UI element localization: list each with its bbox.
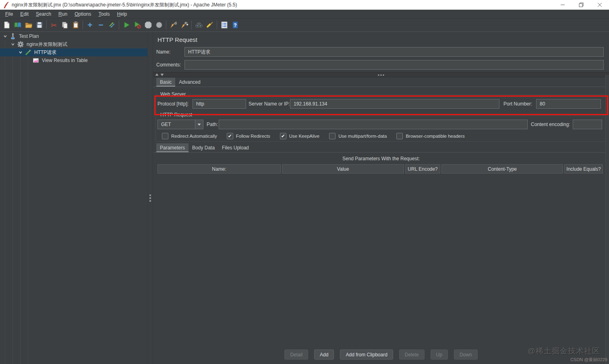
- svg-text:?: ?: [234, 23, 236, 28]
- chevron-down-icon[interactable]: [18, 50, 23, 55]
- http-request-legend: HTTP Request: [159, 112, 194, 118]
- shutdown-icon: [155, 21, 163, 29]
- column-header-value[interactable]: Value: [282, 164, 404, 174]
- checkbox-icon[interactable]: [162, 133, 168, 139]
- menu-options[interactable]: Options: [71, 10, 95, 18]
- checkbox-browser-compatible-headers[interactable]: Browser-compatible headers: [396, 133, 464, 139]
- window-title: nginx并发限制测试.jmx (D:\software\apache-jmet…: [12, 2, 237, 8]
- server-name-input[interactable]: [290, 99, 499, 109]
- select-arrow-button[interactable]: [195, 120, 203, 129]
- open-button[interactable]: [23, 19, 34, 31]
- templates-icon: [14, 21, 22, 29]
- column-header-name[interactable]: Name:: [157, 164, 281, 174]
- remove-element-button[interactable]: −: [95, 19, 106, 31]
- tab-parameters[interactable]: Parameters: [156, 143, 188, 152]
- tree-guideline: [28, 40, 28, 364]
- http-request-panel: HTTP Request Name: Comments: Basic Advan…: [153, 32, 609, 364]
- tree-item-test-plan[interactable]: Test Plan: [0, 32, 147, 40]
- detail-button[interactable]: Detail: [284, 350, 308, 360]
- shutdown-button[interactable]: [153, 19, 164, 31]
- menu-search[interactable]: Search: [32, 10, 55, 18]
- vertical-scrollbar[interactable]: [605, 75, 609, 364]
- stop-button[interactable]: [143, 19, 153, 31]
- save-button[interactable]: [34, 19, 45, 31]
- tree-item-view-results-table[interactable]: View Results in Table: [0, 56, 147, 64]
- copy-button[interactable]: [59, 19, 70, 31]
- start-no-pauses-icon: [133, 21, 141, 29]
- new-file-icon: [3, 21, 11, 29]
- delete-button[interactable]: Delete: [399, 350, 425, 360]
- protocol-input[interactable]: [193, 99, 246, 109]
- start-no-pauses-button[interactable]: [132, 19, 143, 31]
- tab-body-data[interactable]: Body Data: [188, 143, 218, 152]
- menu-edit[interactable]: Edit: [17, 10, 32, 18]
- function-helper-button[interactable]: [219, 19, 230, 31]
- chevron-down-icon[interactable]: [10, 41, 16, 47]
- collapse-down-icon[interactable]: [160, 73, 164, 77]
- column-header-content-type[interactable]: Content-Type: [441, 164, 563, 174]
- toolbar: ✂ + −: [0, 19, 609, 32]
- tab-advanced[interactable]: Advanced: [175, 78, 204, 87]
- restore-button[interactable]: [572, 0, 590, 10]
- port-number-input[interactable]: [536, 99, 601, 109]
- page-title: HTTP Request: [157, 36, 197, 43]
- templates-button[interactable]: [12, 19, 23, 31]
- watermark-csdn: CSDN @黄娟0229: [570, 357, 607, 363]
- tab-files-upload[interactable]: Files Upload: [218, 143, 253, 152]
- close-button[interactable]: [590, 0, 609, 10]
- minimize-icon: [560, 2, 565, 7]
- checkbox-checked-icon[interactable]: [280, 133, 286, 139]
- checkbox-icon[interactable]: [329, 133, 336, 139]
- chevron-down-icon[interactable]: [2, 33, 8, 39]
- menu-run[interactable]: Run: [55, 10, 71, 18]
- save-icon: [35, 21, 44, 29]
- copy-icon: [61, 21, 69, 29]
- minimize-button[interactable]: [553, 0, 572, 10]
- start-button[interactable]: [121, 19, 132, 31]
- menu-file[interactable]: File: [2, 10, 17, 18]
- checkbox-use-keepalive[interactable]: Use KeepAlive: [280, 133, 319, 139]
- path-input[interactable]: [219, 120, 528, 129]
- vertical-splitter[interactable]: [147, 32, 153, 364]
- horizontal-splitter[interactable]: [153, 72, 609, 77]
- binoculars-icon: [195, 21, 203, 29]
- tree-item-thread-group[interactable]: nginx并发限制测试: [0, 40, 147, 48]
- parameters-table-header: Name: Value URL Encode? Content-Type Inc…: [157, 164, 603, 174]
- column-header-include-equals[interactable]: Include Equals?: [564, 164, 603, 174]
- clear-all-button[interactable]: [179, 19, 190, 31]
- column-header-url-encode[interactable]: URL Encode?: [405, 164, 440, 174]
- checkbox-checked-icon[interactable]: [227, 133, 233, 139]
- menu-help[interactable]: Help: [114, 10, 131, 18]
- collapse-up-icon[interactable]: [155, 73, 159, 77]
- tree-item-label: Test Plan: [19, 33, 39, 39]
- name-input[interactable]: [184, 47, 604, 57]
- menu-bar: File Edit Search Run Options Tools Help: [0, 10, 609, 19]
- paste-button[interactable]: [70, 19, 81, 31]
- search-reset-button[interactable]: [204, 19, 215, 31]
- clear-button[interactable]: [168, 19, 179, 31]
- comments-input[interactable]: [184, 60, 604, 70]
- checkbox-redirect-automatically[interactable]: Redirect Automatically: [162, 133, 217, 139]
- checkbox-use-multipart[interactable]: Use multipart/form-data: [329, 133, 387, 139]
- checkbox-follow-redirects[interactable]: Follow Redirects: [227, 133, 270, 139]
- up-button[interactable]: Up: [431, 350, 448, 360]
- help-button[interactable]: ?: [230, 19, 240, 31]
- search-button[interactable]: [193, 19, 204, 31]
- cut-button[interactable]: ✂: [48, 19, 59, 31]
- down-button[interactable]: Down: [454, 350, 478, 360]
- tree-item-http-request[interactable]: HTTP请求: [0, 48, 147, 56]
- add-button[interactable]: Add: [314, 350, 334, 360]
- toggle-button[interactable]: [106, 19, 117, 31]
- add-from-clipboard-button[interactable]: Add from Clipboard: [340, 350, 393, 360]
- content-encoding-input[interactable]: [573, 120, 602, 129]
- splitter-grip[interactable]: [149, 194, 151, 202]
- start-icon: [122, 21, 130, 29]
- new-file-button[interactable]: [1, 19, 12, 31]
- restore-icon: [579, 2, 584, 7]
- tab-basic[interactable]: Basic: [156, 78, 175, 87]
- menu-tools[interactable]: Tools: [95, 10, 114, 18]
- checkbox-icon[interactable]: [396, 133, 403, 139]
- method-select[interactable]: GET: [157, 120, 203, 129]
- add-element-button[interactable]: +: [85, 19, 95, 31]
- plus-icon: +: [87, 21, 92, 29]
